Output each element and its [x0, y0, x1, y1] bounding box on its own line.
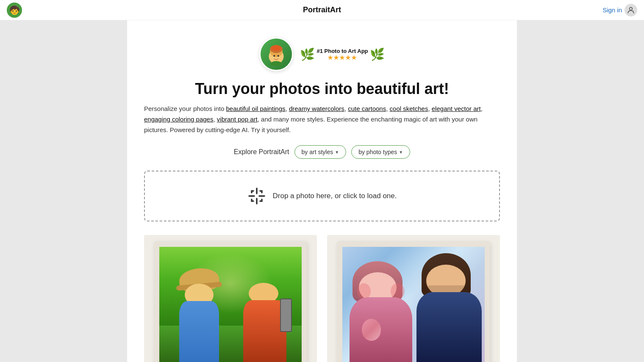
link-cartoons[interactable]: cute cartoons: [348, 105, 386, 112]
hero-title: Turn your photos into beautiful art!: [144, 80, 500, 98]
gallery-frame-2: [337, 242, 490, 362]
header: 🧒 PortraitArt Sign in: [0, 0, 644, 20]
svg-point-6: [278, 55, 279, 57]
watercolor-image: [342, 247, 485, 362]
laurel-right: 🌿: [370, 47, 385, 61]
user-icon: [625, 4, 637, 17]
link-sketches[interactable]: cool sketches: [390, 105, 428, 112]
main-content: 🌿 #1 Photo to Art App ★★★★★ 🌿 Turn your …: [127, 20, 517, 362]
sign-in-button[interactable]: Sign in: [602, 4, 637, 17]
gallery-frame-1: [154, 242, 307, 362]
gallery: [144, 235, 500, 362]
award-badge: 🌿 #1 Photo to Art App ★★★★★ 🌿: [300, 47, 384, 61]
link-coloring-pages[interactable]: engaging coloring pages: [144, 116, 213, 123]
photo-types-chevron-icon: ▼: [399, 150, 403, 155]
signin-label: Sign in: [602, 6, 622, 14]
badge-text: #1 Photo to Art App: [316, 48, 368, 54]
badge-stars: ★★★★★: [328, 54, 357, 61]
link-oil-paintings[interactable]: beautiful oil paintings: [226, 105, 285, 112]
drop-text: Drop a photo here, or click to load one.: [273, 192, 397, 200]
link-pop-art[interactable]: vibrant pop art: [217, 116, 258, 123]
photo-types-button[interactable]: by photo types ▼: [351, 145, 410, 159]
svg-point-5: [274, 55, 275, 57]
hero-logos: 🌿 #1 Photo to Art App ★★★★★ 🌿: [144, 37, 500, 71]
art-styles-button[interactable]: by art styles ▼: [294, 145, 347, 159]
svg-point-0: [630, 7, 633, 10]
header-avatar-emoji: 🧒: [9, 5, 20, 15]
art-styles-label: by art styles: [302, 149, 333, 155]
hero-description: Personalize your photos into beautiful o…: [144, 104, 500, 135]
explore-label: Explore PortraitArt: [234, 148, 289, 156]
header-avatar[interactable]: 🧒: [7, 3, 22, 18]
oil-painting-image: [159, 247, 302, 362]
link-watercolors[interactable]: dreamy watercolors: [289, 105, 344, 112]
explore-row: Explore PortraitArt by art styles ▼ by p…: [144, 145, 500, 159]
upload-icon: [247, 187, 266, 205]
gallery-card-2: [327, 235, 500, 362]
gallery-card-1: [144, 235, 317, 362]
app-avatar: [259, 37, 293, 71]
hero-section: 🌿 #1 Photo to Art App ★★★★★ 🌿 Turn your …: [144, 37, 500, 159]
art-styles-chevron-icon: ▼: [335, 150, 339, 155]
drop-zone[interactable]: Drop a photo here, or click to load one.: [144, 171, 500, 221]
photo-types-label: by photo types: [358, 149, 397, 155]
header-title: PortraitArt: [303, 6, 341, 14]
laurel-left: 🌿: [300, 47, 315, 61]
link-vector-art[interactable]: elegant vector art: [432, 105, 481, 112]
svg-point-4: [271, 45, 281, 51]
